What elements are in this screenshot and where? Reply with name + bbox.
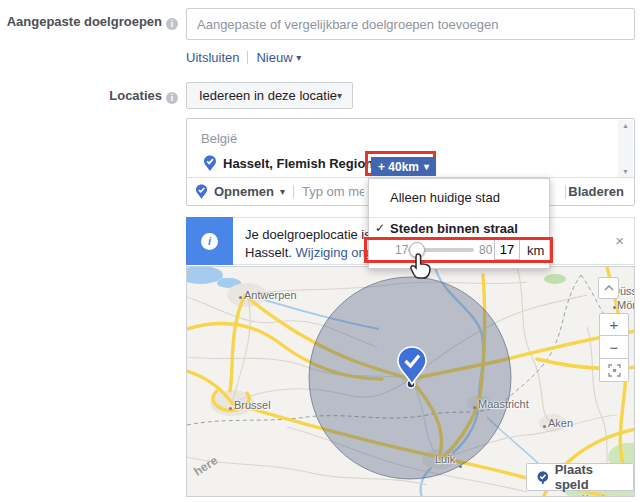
exclude-link[interactable]: Uitsluiten [186,50,239,65]
location-pin-icon [195,184,208,200]
selected-location-name: Hasselt, Flemish Region [223,156,373,171]
slider-min-label: 17 [395,243,408,257]
radius-unit-label: km [527,243,544,258]
check-icon: ✓ [375,221,385,235]
city-dot [229,407,232,410]
divider [247,51,248,64]
pin-check-icon [536,470,550,485]
recenter-button[interactable] [599,359,629,382]
list-scrollbar[interactable]: ▲ ▼ [618,120,633,178]
map-label-antwerpen: Antwerpen [244,289,297,301]
audience-links-row: UitsluitenNieuw ▾ [186,50,301,65]
location-pin-icon [203,155,217,172]
info-icon: i [201,233,218,250]
audience-location-type-value: Iedereen in deze locatie [199,88,337,103]
info-banner-line1: Je doelgroeplocatie is [245,227,371,242]
info-banner-icon-box: i [186,217,233,265]
place-pin-button[interactable]: Plaats speld [526,463,634,491]
caret-down-icon[interactable]: ▾ [280,186,285,197]
scroll-up-icon[interactable]: ▲ [622,122,629,130]
hand-cursor-icon [409,252,433,280]
city-dot [613,306,616,309]
radius-button-label: + 40km [378,160,419,174]
place-pin-label: Plaats speld [555,462,624,492]
info-icon[interactable]: i [166,92,178,104]
divider [565,185,566,199]
country-group-label: België [201,131,237,146]
menu-item-current-city-only[interactable]: Alleen huidige stad [369,179,549,216]
divider [293,185,294,198]
info-icon[interactable]: i [166,18,178,30]
city-dot [239,296,242,299]
close-icon[interactable]: × [615,232,624,249]
menu-item-cities-within-radius[interactable]: Steden binnen straal [390,221,518,236]
selected-location-row[interactable]: Hasselt, Flemish Region [203,155,373,172]
annotation-rectangle-radius-button: + 40km ▾ [365,151,436,176]
slider-max-label: 80 [479,243,492,257]
include-dropdown[interactable]: Opnemen [214,184,274,199]
scroll-down-icon[interactable]: ▼ [622,168,629,176]
radius-value-input[interactable] [494,239,520,260]
city-dot [543,425,546,428]
city-dot [473,406,476,409]
undo-change-link[interactable]: Wijziging ong [296,245,373,260]
info-banner-line2: Hasselt. [245,245,292,260]
chevron-up-icon [604,285,614,291]
minus-icon: − [610,340,619,355]
location-search-input[interactable] [302,182,364,202]
radius-button[interactable]: + 40km ▾ [371,157,436,176]
info-banner-text: Je doelgroeplocatie is Hasselt. Wijzigin… [245,226,373,262]
recenter-icon [608,364,621,377]
map-label-monchengladbach: Mön [617,299,635,311]
map-canvas[interactable]: Antwerpen Düss Mön Brussel Maastricht Ak… [186,266,635,497]
map-label-luik: Luik [435,453,455,465]
caret-down-icon: ▾ [337,90,342,101]
map-label-aken: Aken [548,417,573,429]
plus-icon: + [610,317,619,332]
zoom-in-button[interactable]: + [599,313,629,336]
new-link-label: Nieuw [256,50,292,65]
caret-down-icon: ▾ [424,161,429,172]
browse-link[interactable]: Bladeren [568,184,624,199]
custom-audiences-label: Aangepaste doelgroepeni [0,14,178,30]
locations-label: Locatiesi [0,88,178,104]
map-label-brussel: Brussel [234,399,271,411]
caret-down-icon: ▾ [296,52,301,63]
custom-audiences-input[interactable] [186,8,635,40]
custom-audiences-label-text: Aangepaste doelgroepen [7,14,162,29]
city-dot [459,465,462,468]
new-link[interactable]: Nieuw ▾ [256,50,301,65]
locations-label-text: Locaties [109,88,162,103]
audience-location-type-dropdown[interactable]: Iedereen in deze locatie ▾ [186,82,353,109]
zoom-out-button[interactable]: − [599,336,629,359]
map-collapse-control[interactable] [598,277,619,299]
menu-divider [369,217,549,218]
map-label-maastricht: Maastricht [478,398,529,410]
